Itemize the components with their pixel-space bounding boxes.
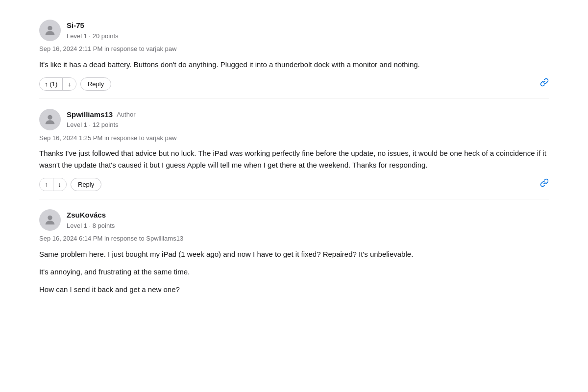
- link-icon[interactable]: [540, 78, 549, 90]
- username-row: Spwilliams13 Author: [67, 109, 136, 121]
- comment-item: ZsuKovács Level 1 · 8 points Sep 16, 202…: [39, 199, 549, 310]
- svg-point-2: [48, 216, 52, 220]
- comment-item: Spwilliams13 Author Level 1 · 12 points …: [39, 99, 549, 200]
- vote-group[interactable]: ↑ (1) ↓: [39, 77, 76, 91]
- upvote-count: (1): [50, 80, 58, 88]
- user-level: Level 1 · 8 points: [67, 221, 115, 231]
- comments-section: Si-75 Level 1 · 20 points Sep 16, 2024 2…: [24, 0, 564, 320]
- upvote-button[interactable]: ↑ (1): [40, 78, 63, 90]
- comment-meta: Sep 16, 2024 2:11 PM in response to varj…: [39, 44, 549, 54]
- downvote-button[interactable]: ↓: [53, 178, 67, 191]
- comment-meta: Sep 16, 2024 6:14 PM in response to Spwi…: [39, 234, 549, 244]
- up-arrow-icon: ↑: [45, 181, 48, 188]
- comment-header: Spwilliams13 Author Level 1 · 12 points: [39, 109, 549, 130]
- comment-body: Same problem here. I just bought my iPad…: [39, 248, 549, 295]
- upvote-button[interactable]: ↑: [40, 178, 53, 191]
- avatar: [39, 109, 61, 130]
- user-info: ZsuKovács Level 1 · 8 points: [67, 210, 115, 230]
- user-level: Level 1 · 20 points: [67, 31, 119, 41]
- user-level: Level 1 · 12 points: [67, 120, 136, 130]
- down-arrow-icon: ↓: [68, 80, 71, 88]
- avatar: [39, 20, 61, 41]
- comment-header: Si-75 Level 1 · 20 points: [39, 20, 549, 41]
- link-icon[interactable]: [540, 178, 549, 191]
- downvote-button[interactable]: ↓: [63, 78, 76, 90]
- comment-paragraph: It's annoying, and frustrating at the sa…: [39, 266, 549, 278]
- vote-group[interactable]: ↑ ↓: [39, 178, 67, 191]
- comment-header: ZsuKovács Level 1 · 8 points: [39, 209, 549, 231]
- comment-body: Thanks I've just followed that advice bu…: [39, 147, 549, 171]
- svg-point-0: [48, 26, 52, 30]
- comment-body: It's like it has a dead battery. Buttons…: [39, 59, 549, 71]
- down-arrow-icon: ↓: [58, 181, 62, 188]
- svg-point-1: [48, 115, 52, 119]
- up-arrow-icon: ↑: [45, 80, 48, 88]
- comment-actions: ↑ (1) ↓ Reply: [39, 77, 549, 91]
- user-info: Spwilliams13 Author Level 1 · 12 points: [67, 109, 136, 130]
- username: ZsuKovács: [67, 210, 106, 221]
- reply-button[interactable]: Reply: [80, 77, 111, 91]
- username: Spwilliams13: [67, 109, 113, 121]
- comment-actions: ↑ ↓ Reply: [39, 178, 549, 191]
- user-info: Si-75 Level 1 · 20 points: [67, 20, 119, 41]
- avatar: [39, 209, 61, 231]
- username-row: Si-75: [67, 20, 119, 31]
- comment-item: Si-75 Level 1 · 20 points Sep 16, 2024 2…: [39, 10, 549, 99]
- username: Si-75: [67, 20, 84, 31]
- comment-meta: Sep 16, 2024 1:25 PM in response to varj…: [39, 133, 549, 143]
- reply-button[interactable]: Reply: [71, 178, 101, 191]
- comment-paragraph: How can I send it back and get a new one…: [39, 284, 549, 295]
- author-badge: Author: [117, 110, 135, 120]
- username-row: ZsuKovács: [67, 210, 115, 221]
- comment-paragraph: Same problem here. I just bought my iPad…: [39, 248, 549, 260]
